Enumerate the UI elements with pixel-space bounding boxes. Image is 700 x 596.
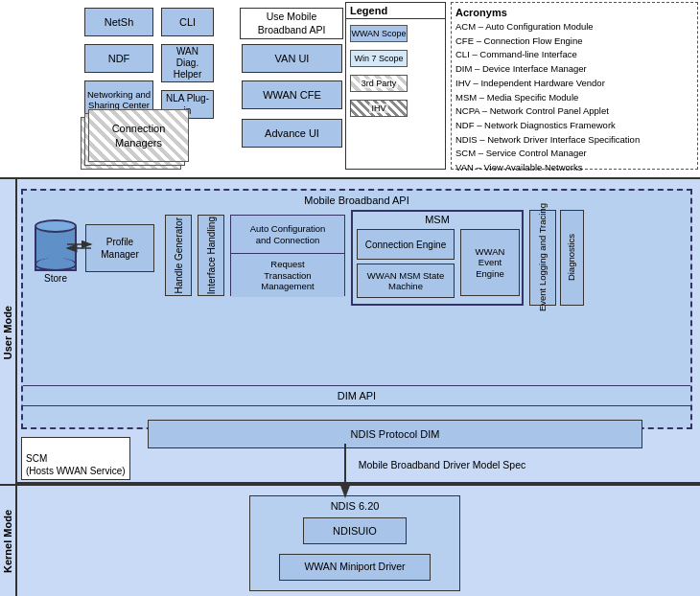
wwan-miniport-box: WWAN Miniport Driver (279, 554, 431, 581)
legend-wwan-scope: WWAN Scope (350, 23, 441, 44)
mobile-broadband-api-container: Mobile Broadband API Store Profile Manag… (21, 189, 692, 429)
ndisuio-box: NDISUIO (303, 517, 407, 544)
msm-label: MSM (353, 214, 522, 225)
win7-scope-swatch: Win 7 Scope (350, 50, 408, 67)
event-logging-box: Event Logging and Tracing (529, 210, 556, 306)
use-mobile-broadband-label: Use Mobile Broadband API (240, 8, 343, 39)
cli-box: CLI (161, 8, 214, 36)
kernel-mode-section: Kernel Mode NDIS 6.20 NDISUIO WWAN Minip… (0, 484, 700, 596)
legend-box: Legend WWAN Scope Win 7 Scope 3rd Party (345, 2, 446, 170)
wwan-msm-state-box: WWAN MSM State Machine (357, 264, 455, 298)
acronyms-box: Acronyms ACM – Auto Configuration Module… (451, 2, 698, 170)
advance-ui-box: Advance UI (242, 119, 342, 148)
legend-title: Legend (346, 3, 445, 19)
kernel-mode-label: Kernel Mode (0, 486, 17, 596)
wwan-scope-swatch: WWAN Scope (350, 25, 408, 42)
scm-label: SCM (Hosts WWAN Service) (21, 437, 130, 480)
auto-config-container: Auto Configuration and Connection Reques… (230, 215, 345, 296)
user-mode-section: User Mode Mobile Broadband API Store Pro… (0, 177, 700, 484)
connection-engine-box: Connection Engine (357, 229, 455, 260)
ndf-box: NDF (84, 44, 153, 73)
diagnostics-box: Diagnostics (560, 210, 584, 306)
van-ui-box: VAN UI (242, 44, 342, 73)
ihv-swatch: IHV (350, 100, 408, 117)
ndis-620-label: NDIS 6.20 (250, 500, 459, 512)
dim-api-bar: DIM API (23, 385, 690, 406)
acronyms-text: ACM – Auto Configuration Module CFE – Co… (455, 20, 693, 190)
legend-ihv: IHV (350, 98, 441, 119)
store-container: Store (33, 219, 79, 284)
netsh-box: NetSh (84, 8, 153, 36)
diagram-container: NetSh CLI NDF WAN Diag. Helper Networkin… (0, 0, 700, 596)
profile-manager-box: Profile Manager (85, 224, 154, 272)
user-mode-label: User Mode (0, 179, 17, 486)
wan-diag-box: WAN Diag. Helper (161, 44, 214, 82)
third-party-swatch: 3rd Party (350, 75, 408, 92)
request-transaction-box: Request Transaction Management (231, 254, 344, 297)
top-section: NetSh CLI NDF WAN Diag. Helper Networkin… (0, 0, 700, 177)
driver-spec-label: Mobile Broadband Driver Model Spec (192, 459, 692, 470)
legend-win7-scope: Win 7 Scope (350, 48, 441, 69)
ndis-620-container: NDIS 6.20 NDISUIO WWAN Miniport Driver (249, 495, 460, 591)
interface-handling-box: Interface Handling (198, 215, 224, 296)
handle-generator-box: Handle Generator (165, 215, 192, 296)
acronyms-title: Acronyms (455, 7, 693, 18)
conn-mgr-box1: Connection Managers (88, 109, 189, 162)
legend-third-party: 3rd Party (350, 73, 441, 94)
mobile-broadband-api-label: Mobile Broadband API (23, 195, 690, 206)
wwan-event-engine-box: WWAN Event Engine (460, 229, 520, 296)
wwan-cfe-box: WWAN CFE (242, 80, 342, 109)
msm-outer-box: MSM Connection Engine WWAN Event Engine … (351, 210, 524, 306)
auto-config-box: Auto Configuration and Connection (231, 216, 344, 254)
ndis-protocol-dim-box: NDIS Protocol DIM (148, 420, 642, 448)
